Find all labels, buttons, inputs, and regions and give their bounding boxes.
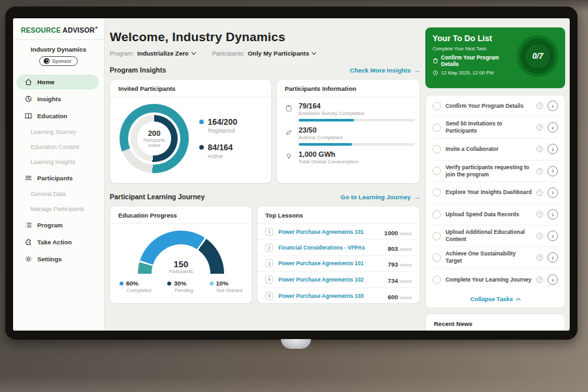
sidebar-item-education[interactable]: Education <box>16 108 99 123</box>
task-checkbox[interactable] <box>433 145 441 154</box>
sponsor-badge-label: Sponsor <box>52 58 72 64</box>
chevron-right-icon[interactable]: › <box>547 252 558 263</box>
legend-item-registered: 164/200 Registered <box>199 118 237 134</box>
progress-fill <box>299 119 354 122</box>
sidebar-item-manage-participants[interactable]: Manage Participants <box>13 203 104 216</box>
task-checkbox[interactable] <box>433 276 441 284</box>
sidebar: RESOURCE ADVISOR+ Industry Dynamics Spon… <box>13 18 105 331</box>
lesson-link[interactable]: Power Purchase Agreements 101 <box>278 260 382 267</box>
clipboard-icon <box>285 104 293 112</box>
link-label: Go to Learning Journey <box>340 193 410 201</box>
logo-advisor: ADVISOR <box>63 26 95 34</box>
chevron-right-icon[interactable]: › <box>547 101 558 111</box>
chevron-down-icon <box>312 50 316 54</box>
sidebar-item-general-data[interactable]: General Data <box>13 188 104 201</box>
sidebar-item-education-content[interactable]: Education Content <box>13 140 104 154</box>
help-icon[interactable]: ? <box>536 233 543 239</box>
check-more-insights-link[interactable]: Check More Insights → <box>350 67 420 74</box>
program-insights-title: Program Insights <box>110 66 166 74</box>
task-row[interactable]: Upload Spend Data Records ? › <box>433 204 558 225</box>
legend-dot <box>210 282 214 286</box>
stat-actions-completed: 23/50 Actions Completed <box>285 126 412 146</box>
lesson-link[interactable]: Financial Considerations - VPPAs <box>278 244 382 251</box>
collapse-tasks-link[interactable]: Collapse Tasks <box>433 291 558 308</box>
task-row[interactable]: Upload Additional Educational Content ? … <box>433 225 558 247</box>
chevron-right-icon[interactable]: › <box>547 209 558 220</box>
gauge-center: 150 Participants <box>138 259 224 274</box>
task-row[interactable]: Confirm Your Program Details ? › <box>433 95 558 117</box>
chevron-right-icon[interactable]: › <box>547 144 558 154</box>
take-action-icon <box>24 238 33 246</box>
link-label: Check More Insights <box>350 67 411 74</box>
help-icon[interactable]: ? <box>536 103 543 109</box>
card-title: Participants Information <box>277 80 419 97</box>
sidebar-item-participants[interactable]: Participants <box>16 171 99 186</box>
help-icon[interactable]: ? <box>536 168 543 174</box>
chevron-right-icon[interactable]: › <box>547 188 558 198</box>
task-checkbox[interactable] <box>433 210 441 219</box>
help-icon[interactable]: ? <box>536 124 543 131</box>
task-checkbox[interactable] <box>433 123 441 132</box>
task-row[interactable]: Explore Your Insights Dashboard ? › <box>433 182 558 204</box>
task-checkbox[interactable] <box>433 102 441 110</box>
program-dropdown[interactable]: Program: Industrialize Zero <box>110 50 195 57</box>
task-row[interactable]: Achieve One Sustainability Target ? › <box>433 247 558 269</box>
help-icon[interactable]: ? <box>536 254 543 261</box>
task-checkbox[interactable] <box>433 232 441 240</box>
sidebar-item-learning-journey[interactable]: Learning Journey <box>13 125 104 139</box>
go-to-learning-journey-link[interactable]: Go to Learning Journey → <box>340 193 420 201</box>
lesson-views-unit: views <box>399 278 412 284</box>
participants-information-card: Participants Information 79/164 Emission… <box>276 79 420 184</box>
recent-news-card: Recent News <box>425 314 565 331</box>
sidebar-item-settings[interactable]: Settings <box>16 252 99 267</box>
help-icon[interactable]: ? <box>536 211 543 218</box>
gauge-center-label: Participants <box>138 269 224 274</box>
lesson-views-unit: views <box>399 246 412 252</box>
sidebar-item-take-action[interactable]: Take Action <box>16 235 99 250</box>
task-checkbox[interactable] <box>433 167 441 175</box>
stat-label: Emission Survey Completed <box>299 110 415 116</box>
task-row[interactable]: Invite a Collaborator ? › <box>433 139 558 160</box>
sidebar-item-label: Home <box>37 78 54 86</box>
help-icon[interactable]: ? <box>536 146 543 152</box>
chevron-right-icon[interactable]: › <box>547 274 558 285</box>
lesson-views: 793 <box>387 261 398 268</box>
chevron-right-icon[interactable]: › <box>547 122 558 133</box>
help-icon[interactable]: ? <box>536 276 543 283</box>
lesson-rank: 4 <box>265 276 273 284</box>
sidebar-item-home[interactable]: Home <box>16 74 99 90</box>
donut-center: 200 Participants Invited <box>137 122 171 155</box>
lesson-link[interactable]: Power Purchase Agreements 103 <box>278 293 382 299</box>
task-clipboard-icon <box>433 57 438 64</box>
invited-donut-chart: 200 Participants Invited <box>120 104 189 173</box>
stat-value: 79/164 <box>299 102 415 110</box>
main-content: Welcome, Industry Dynamics Program: Indu… <box>105 18 425 331</box>
chevron-right-icon[interactable]: › <box>547 231 558 241</box>
home-icon <box>24 78 33 86</box>
participants-dropdown[interactable]: Participants: Only My Participants <box>212 50 316 57</box>
chevron-right-icon[interactable]: › <box>547 166 558 176</box>
task-row[interactable]: Send 50 Invitations to Participants ? › <box>433 117 558 139</box>
legend-value: 10% <box>216 280 229 287</box>
help-icon[interactable]: ? <box>536 189 543 196</box>
todo-progress-ring: 0/7 <box>517 35 559 77</box>
task-checkbox[interactable] <box>433 188 441 197</box>
lesson-link[interactable]: Power Purchase Agreements 102 <box>278 276 382 283</box>
gauge-center-value: 150 <box>138 259 224 269</box>
sidebar-item-learning-insights[interactable]: Learning Insights <box>13 155 104 169</box>
card-title: Top Lessons <box>257 206 419 224</box>
lesson-link[interactable]: Power Purchase Agreements 101 <box>278 229 379 235</box>
sponsor-icon <box>44 58 50 64</box>
lesson-views: 734 <box>387 277 398 284</box>
todo-counter: 0/7 <box>524 42 551 70</box>
sidebar-item-insights[interactable]: Insights <box>16 91 99 106</box>
sidebar-item-program[interactable]: Program <box>16 218 99 233</box>
lesson-views-unit: views <box>399 231 412 237</box>
task-checkbox[interactable] <box>433 253 441 262</box>
participants-icon <box>24 174 33 182</box>
task-row[interactable]: Complete Your Learning Journey ? › <box>433 269 558 291</box>
participants-filter-label: Participants: <box>212 50 245 57</box>
task-row[interactable]: Verify participants requesting to join t… <box>433 161 558 182</box>
legend-dot <box>199 120 204 124</box>
card-title: Invited Participants <box>110 80 271 97</box>
